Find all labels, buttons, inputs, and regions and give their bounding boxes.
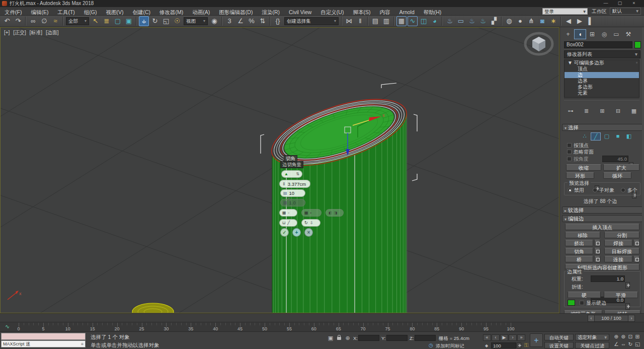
modifier-list-dropdown[interactable]: 修改器列表▾ [564, 50, 640, 58]
close-button[interactable]: × [628, 0, 640, 7]
align-icon[interactable]: ‖ [355, 16, 365, 26]
zoom-extents-all-button[interactable]: ⊞ [634, 333, 641, 340]
select-rotate-icon[interactable]: ↻ [150, 16, 160, 26]
ribbon-toggle-icon[interactable]: ▦ [396, 16, 407, 26]
make-unique-icon[interactable]: ⊞ [598, 107, 607, 116]
stack-item-icon[interactable]: ▫ [636, 72, 637, 78]
menu-item-10[interactable]: Civil View [284, 8, 316, 16]
isolate-selection-icon[interactable]: ▣ [327, 335, 334, 341]
scene-explorer-icon[interactable]: ▤ [370, 16, 380, 26]
display-tab[interactable]: ▭ [610, 29, 622, 39]
select-place-icon[interactable]: ☉ [172, 16, 182, 26]
show-end-result-icon[interactable]: ≣ [582, 107, 591, 116]
smooth-button[interactable]: 平滑 [604, 292, 638, 298]
mirror-icon[interactable]: ⋈ [344, 16, 354, 26]
ref-coord-dropdown[interactable]: 视图▾ [184, 17, 208, 25]
selected-filter-dropdown[interactable]: 选定对象▾ [575, 334, 609, 340]
menu-item-0[interactable]: 文件(F) [0, 8, 26, 16]
viewport-view-label[interactable]: [正交] [13, 30, 26, 35]
undo-icon[interactable]: ↶ [2, 16, 12, 26]
edit-edges-分割[interactable]: 分割 [604, 232, 639, 238]
caddy-smooth-toggle[interactable]: ◧◨ [326, 209, 344, 217]
maximize-viewport-button[interactable]: ◱ [634, 341, 641, 348]
menu-item-11[interactable]: 自定义(U) [316, 8, 348, 16]
snap-toggle-icon[interactable]: 3 [224, 16, 234, 26]
maxscript-input[interactable] [1, 333, 86, 340]
prev-frame-button[interactable]: ‹ [492, 334, 500, 341]
named-selection-edit-icon[interactable]: {} [273, 16, 283, 26]
render-cloud-icon[interactable]: ♨ [478, 16, 488, 26]
loop-button[interactable]: 循环 [603, 172, 631, 179]
maxscript-listener[interactable]: MAXScript 迷≡ [1, 340, 86, 347]
polygon-mode-icon[interactable]: ■ [613, 132, 623, 141]
select-object-icon[interactable]: ↖ [91, 16, 101, 26]
absolute-mode-icon[interactable]: ⊕ [344, 335, 351, 341]
time-slider[interactable]: ‹ 100 / 100 › [0, 313, 644, 322]
shrink-button[interactable]: 收缩 [566, 164, 601, 171]
viewport[interactable]: [+] [正交] [标准] [边面] [0, 27, 559, 313]
rollout-selection-header[interactable]: ▾选择 [562, 124, 642, 131]
menu-item-3[interactable]: 组(G) [79, 8, 102, 16]
camera-projection-icon[interactable]: ◙ [537, 16, 547, 26]
caddy-ok-button[interactable]: ✓ [280, 228, 289, 237]
preview-disable-radio[interactable]: 禁用 [568, 187, 584, 193]
桥-settings-button[interactable] [594, 256, 600, 262]
material-sphere-icon[interactable]: ● [515, 16, 525, 26]
maximize-button[interactable]: ▢ [614, 0, 626, 7]
workspace-dropdown[interactable]: 默认▾ [610, 8, 641, 15]
select-link-icon[interactable]: ∞ [28, 16, 38, 26]
y-field[interactable] [386, 335, 408, 341]
element-mode-icon[interactable]: ◧ [624, 132, 634, 141]
viewport-layout-icon[interactable]: ▞ [489, 16, 499, 26]
hierarchy-tab[interactable]: ⊞ [586, 29, 598, 39]
render-setup-icon[interactable]: ♨ [445, 16, 455, 26]
configure-modifier-sets-icon[interactable]: ▦ [629, 107, 638, 116]
next-frame-button[interactable]: › [509, 334, 517, 341]
挤出-settings-button[interactable] [594, 240, 600, 246]
named-selection-dropdown[interactable]: 创建选择集▾ [284, 17, 339, 25]
percent-snap-icon[interactable]: % [247, 16, 257, 26]
current-frame-field[interactable]: 100 [491, 342, 516, 348]
caddy-mode-toggle[interactable]: ⊔╱ [279, 219, 297, 227]
frame-indicator[interactable]: 100 / 100 [595, 315, 628, 322]
z-field[interactable] [415, 335, 436, 341]
chamfer-type-dropdown[interactable]: ▲ ⇅ [281, 170, 302, 178]
orbit-button[interactable]: ↻ [627, 341, 634, 348]
stack-item-1[interactable]: 顶点 [565, 66, 639, 72]
zoom-extents-button[interactable]: ⊡ [627, 333, 634, 340]
menu-item-12[interactable]: 脚本(S) [348, 8, 375, 16]
go-to-start-button[interactable]: « [483, 334, 491, 341]
x-field[interactable] [358, 335, 379, 341]
menu-item-14[interactable]: Arnold [394, 8, 419, 16]
caddy-apply-button[interactable]: + [292, 228, 301, 237]
spinner-snap-icon[interactable]: ⇅ [258, 16, 268, 26]
edit-edges-连接[interactable]: 连接 [604, 256, 632, 262]
viewport-edged-label[interactable]: [边面] [46, 30, 59, 35]
viewport-shading-label[interactable]: [标准] [30, 30, 43, 35]
焊接-settings-button[interactable] [633, 240, 639, 246]
unlink-selection-icon[interactable]: ∅ [39, 16, 49, 26]
window-crossing-icon[interactable]: ▣ [124, 16, 134, 26]
edit-edges-挤出[interactable]: 挤出 [565, 240, 593, 246]
cloth-icon[interactable]: ⋔ [526, 16, 536, 26]
menu-item-2[interactable]: 工具(T) [53, 8, 79, 16]
viewport-canvas[interactable]: x x [1, 28, 559, 313]
stack-item-2[interactable]: 边▫ [565, 72, 639, 78]
hard-button[interactable]: 硬 [568, 292, 601, 298]
连接-settings-button[interactable] [633, 256, 639, 262]
state-set-next-icon[interactable]: ▌ [586, 16, 596, 26]
select-scale-icon[interactable]: ◱ [161, 16, 171, 26]
rect-selection-region-icon[interactable]: ▢ [113, 16, 123, 26]
state-set-prev-icon[interactable]: ◀ [564, 16, 574, 26]
rollout-soft-selection-header[interactable]: ▸软选择 [562, 206, 642, 214]
stack-item-5[interactable]: 元素 [565, 90, 639, 96]
object-name-field[interactable]: Box002 [564, 41, 632, 48]
render-production-icon[interactable]: ♨ [467, 16, 477, 26]
preview-multi-radio[interactable]: 多个 [621, 187, 637, 193]
menu-item-13[interactable]: 内容 [375, 8, 394, 16]
utilities-tab[interactable]: ⚒ [622, 29, 634, 39]
stack-item-icon[interactable]: ▫ [636, 60, 637, 66]
edit-edges-切角[interactable]: 切角 [565, 248, 593, 254]
menu-item-9[interactable]: 渲染(R) [257, 8, 284, 16]
ring-button[interactable]: 环形 [566, 172, 594, 179]
